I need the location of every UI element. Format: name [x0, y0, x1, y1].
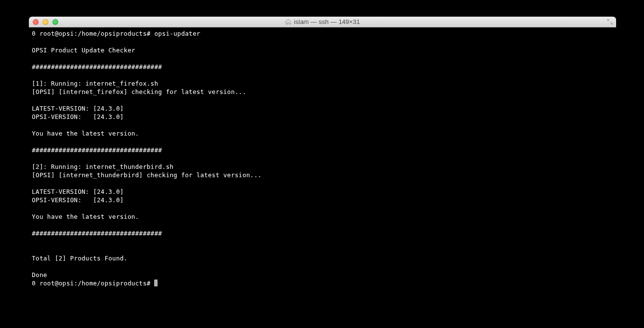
terminal-line: You have the latest version.	[32, 130, 139, 137]
zoom-button[interactable]	[52, 19, 58, 25]
terminal-line: 0 root@opsi:/home/opsiproducts# opsi-upd…	[32, 30, 200, 37]
terminal-line: [1]: Running: internet_firefox.sh	[32, 80, 158, 87]
terminal-line: Total [2] Products Found.	[32, 255, 128, 262]
terminal-line: [OPSI] [internet_firefox] checking for l…	[32, 88, 246, 95]
terminal-output[interactable]: 0 root@opsi:/home/opsiproducts# opsi-upd…	[29, 27, 616, 313]
close-button[interactable]	[33, 19, 39, 25]
home-icon	[285, 19, 292, 25]
terminal-line: OPSI-VERSION: [24.3.0]	[32, 113, 124, 120]
window-title: islam — ssh — 149×31	[294, 18, 360, 25]
terminal-line: ##################################	[32, 63, 162, 70]
terminal-line: [2]: Running: internet_thunderbird.sh	[32, 163, 174, 170]
terminal-line: OPSI-VERSION: [24.3.0]	[32, 196, 124, 204]
traffic-lights	[29, 19, 58, 25]
window-title-container: islam — ssh — 149×31	[285, 18, 360, 25]
minimize-button[interactable]	[43, 19, 48, 25]
cursor	[154, 280, 158, 286]
terminal-line: ##################################	[32, 146, 162, 154]
terminal-line: You have the latest version.	[32, 213, 139, 220]
terminal-prompt-line: 0 root@opsi:/home/opsiproducts#	[32, 280, 154, 287]
fullscreen-icon[interactable]	[606, 19, 613, 25]
terminal-window: islam — ssh — 149×31 0 root@opsi:/home/o…	[29, 17, 616, 313]
terminal-line: [OPSI] [internet_thunderbird] checking f…	[32, 171, 262, 179]
terminal-line: Done	[32, 271, 47, 279]
terminal-line: OPSI Product Update Checker	[32, 47, 135, 54]
terminal-line: LATEST-VERSION: [24.3.0]	[32, 188, 124, 195]
titlebar[interactable]: islam — ssh — 149×31	[29, 17, 616, 27]
terminal-line: LATEST-VERSION: [24.3.0]	[32, 105, 124, 112]
terminal-line: ##################################	[32, 230, 162, 237]
